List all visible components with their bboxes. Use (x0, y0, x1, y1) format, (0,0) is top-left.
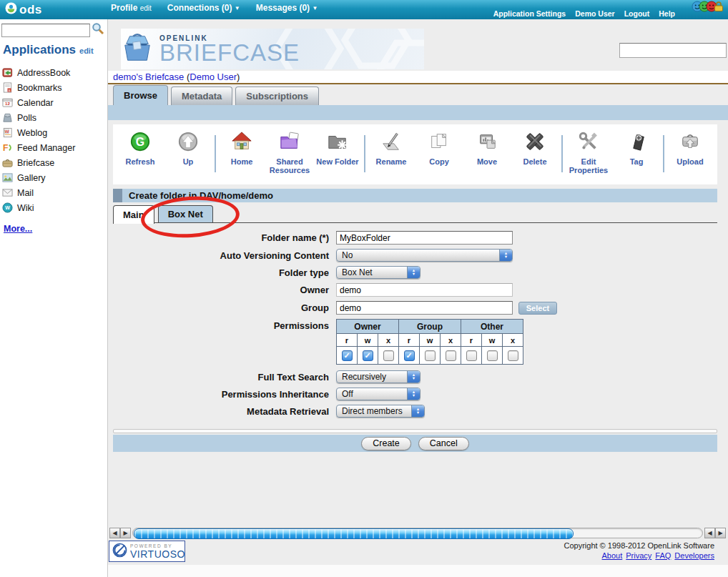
footer-link-about[interactable]: About (602, 551, 623, 560)
folder-type-label: Folder type (113, 267, 336, 278)
stepper-icon: ▲▼ (411, 405, 424, 417)
permissions-inheritance-select[interactable]: Off ▲▼ (336, 388, 420, 400)
topbar-menu-item[interactable]: Messages (0) ▼ (256, 3, 318, 13)
weblog-icon: W (2, 127, 13, 138)
metadata-retrieval-select[interactable]: Direct members ▲▼ (336, 405, 425, 418)
sidebar-item-bookmarks[interactable]: BBookmarks (2, 80, 75, 95)
briefcase-owner-link[interactable]: demo's Briefcase (113, 71, 184, 82)
toolbar-button-label: Tag (630, 157, 644, 166)
footer-link-faq[interactable]: FAQ (655, 551, 671, 560)
toolbar-button-delete[interactable]: Delete (511, 131, 559, 166)
permission-checkbox-group-r[interactable]: ✓ (404, 350, 415, 361)
topbar-link-application-settings[interactable]: Application Settings (493, 9, 566, 18)
sidebar-item-gallery[interactable]: Gallery (2, 170, 75, 185)
toolbar-button-tag[interactable]: Tag (613, 131, 661, 174)
permission-checkbox-owner-w[interactable]: ✓ (363, 350, 373, 361)
topbar-menu-item[interactable]: Connections (0) ▼ (167, 3, 240, 13)
toolbar-button-shared-resources[interactable]: Shared Resources (266, 131, 314, 174)
form-tab-box-net[interactable]: Box Net (158, 205, 213, 222)
upload-icon (679, 131, 701, 155)
sidebar-item-briefcase[interactable]: Briefcase (2, 155, 75, 170)
topbar-link-help[interactable]: Help (659, 9, 675, 18)
toolbar-button-home[interactable]: Home (218, 131, 266, 174)
full-text-search-select[interactable]: Recursively ▲▼ (336, 370, 420, 383)
scroll-left-icon[interactable]: ◀ (704, 528, 715, 538)
permission-checkbox-owner-x[interactable] (383, 350, 394, 361)
sidebar-item-weblog[interactable]: WWeblog (2, 125, 75, 140)
footer-link-developers[interactable]: Developers (674, 551, 714, 560)
topbar-link-demo-user[interactable]: Demo User (575, 9, 614, 18)
toolbar-divider (561, 135, 563, 172)
sidebar-item-calendar[interactable]: 12Calendar (2, 95, 75, 110)
toolbar-button-rename[interactable]: Rename (368, 131, 415, 166)
sidebar-item-polls[interactable]: Polls (2, 110, 75, 125)
tab-browse[interactable]: Browse (113, 85, 168, 105)
group-input[interactable] (336, 301, 513, 315)
create-button[interactable]: Create (361, 437, 411, 450)
lock-icon[interactable] (713, 1, 724, 12)
demo-user-link[interactable]: Demo User (190, 71, 237, 82)
permission-checkbox-other-r[interactable] (466, 350, 477, 361)
gallery-icon (2, 172, 13, 183)
permission-checkbox-other-w[interactable] (487, 350, 498, 361)
toolbar-button-copy[interactable]: Copy (415, 131, 463, 166)
form-tab-main[interactable]: Main (113, 205, 154, 224)
owner-label: Owner (113, 285, 336, 295)
sidebar-item-mail[interactable]: Mail (2, 185, 75, 200)
toolbar-button-up[interactable]: Up (164, 131, 212, 166)
toolbar-button-edit-properties[interactable]: Edit Properties (565, 131, 613, 174)
toolbar-button-label: Edit Properties (565, 157, 613, 174)
horizontal-scrollbar[interactable]: ◀ ▶ ◀ ▶ (109, 527, 726, 538)
sidebar-item-label: Polls (17, 113, 36, 123)
copyright-text: Copyright © 1998-2012 OpenLink Software (564, 541, 714, 550)
permission-checkbox-group-x[interactable] (446, 350, 456, 361)
toolbar-button-label: Rename (376, 157, 407, 166)
virtuoso-badge[interactable]: POWERED BY VIRTUOSO (109, 541, 185, 562)
scrollbar-track[interactable] (132, 528, 703, 538)
form-tabs: MainBox Net (113, 205, 213, 223)
toolbar-button-upload[interactable]: Upload (666, 131, 714, 166)
permission-checkbox-owner-r[interactable]: ✓ (342, 350, 353, 361)
permission-checkbox-group-w[interactable] (425, 350, 436, 361)
permission-checkbox-other-x[interactable] (508, 350, 518, 361)
ods-logo[interactable]: ods (5, 2, 42, 17)
more-link[interactable]: More... (4, 224, 32, 234)
sidebar-search-input[interactable] (1, 24, 90, 37)
tab-metadata[interactable]: Metadata (171, 87, 232, 105)
applications-edit-link[interactable]: edit (79, 46, 94, 55)
permissions-label: Permissions (113, 319, 336, 331)
cancel-button[interactable]: Cancel (418, 437, 469, 450)
sidebar-item-addressbook[interactable]: AddressBook (2, 65, 75, 80)
search-icon[interactable] (92, 22, 104, 38)
scrollbar-thumb[interactable] (134, 528, 574, 539)
scroll-right-icon[interactable]: ▶ (715, 528, 726, 538)
toolbar-group: Upload (666, 131, 714, 166)
scroll-right-icon[interactable]: ▶ (120, 528, 131, 538)
sidebar-item-label: Briefcase (17, 158, 54, 168)
group-select-button[interactable]: Select (518, 302, 557, 315)
sidebar-item-wiki[interactable]: WWiki (2, 200, 75, 215)
tag-icon (626, 131, 647, 155)
toolbar-button-label: Shared Resources (266, 157, 314, 174)
toolbar-button-move[interactable]: Move (463, 131, 511, 166)
virtuoso-label: VIRTUOSO (130, 548, 185, 560)
topbar-menu-item[interactable]: Profile edit (111, 3, 152, 13)
owner-input[interactable] (336, 283, 513, 297)
auto-versioning-select[interactable]: No ▲▼ (336, 249, 513, 262)
toolbar: GRefreshUpHomeShared ResourcesNew Folder… (113, 124, 717, 184)
footer-link-privacy[interactable]: Privacy (626, 551, 651, 560)
folder-name-input[interactable] (336, 231, 513, 245)
sidebar-item-feed-manager[interactable]: FFeed Manager (2, 140, 75, 155)
app-tabs: BrowseMetadataSubscriptions (113, 86, 319, 105)
tab-subscriptions[interactable]: Subscriptions (235, 87, 319, 105)
topbar-link-logout[interactable]: Logout (624, 9, 650, 18)
toolbar-button-new-folder[interactable]: New Folder (314, 131, 362, 174)
scroll-left-icon[interactable]: ◀ (109, 528, 120, 538)
permissions-inheritance-label: Permissions Inheritance (113, 389, 336, 400)
folder-type-select[interactable]: Box Net ▲▼ (336, 266, 420, 279)
metadata-retrieval-label: Metadata Retrieval (113, 406, 336, 417)
toolbar-button-refresh[interactable]: GRefresh (117, 131, 164, 166)
profile-edit-link[interactable]: edit (140, 4, 152, 12)
svg-text:B: B (9, 89, 11, 92)
top-search-input[interactable] (619, 43, 727, 58)
